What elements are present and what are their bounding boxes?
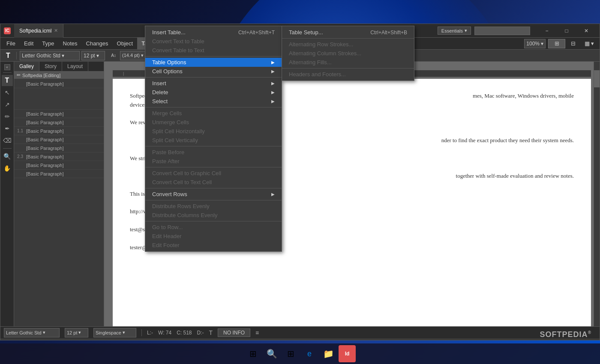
style-label-9: [Basic Paragraph] <box>24 171 65 176</box>
status-spacing-dropdown[interactable]: Singlespace ▾ <box>93 328 136 337</box>
style-row-9: [Basic Paragraph] <box>14 170 104 178</box>
menu-split-horizontal[interactable]: Split Cell Horizontally <box>145 127 282 136</box>
zoom-tool[interactable]: 🔍 <box>2 151 13 162</box>
font-size-dropdown[interactable]: 12 pt ▾ <box>81 51 105 60</box>
submenu-alt-fills[interactable]: Alternating Fills... <box>282 58 414 67</box>
left-sep-2 <box>3 148 12 149</box>
expand-button[interactable]: « <box>4 64 10 70</box>
taskbar-edge-icon[interactable]: e <box>301 345 318 362</box>
minimize-button[interactable]: − <box>537 24 557 38</box>
menu-convert-rows[interactable]: Convert Rows ▶ <box>145 190 282 199</box>
submenu-alt-col-strokes[interactable]: Alternating Column Strokes... <box>282 49 414 58</box>
active-tab[interactable]: Softpedia.icml ✕ <box>14 24 63 38</box>
menu-notes[interactable]: Notes <box>59 38 82 50</box>
main-area: « T ↖ ↗ ✏ ✒ ⌫ 🔍 ✋ Galley Story Layout <box>0 62 600 326</box>
menu-convert-text-cell[interactable]: Convert Cell to Text Cell <box>145 178 282 187</box>
menu-convert-text-to-table[interactable]: Convert Text to Table <box>145 37 282 46</box>
direct-select-tool[interactable]: ↗ <box>2 99 13 110</box>
style-row-8: [Basic Paragraph] <box>14 161 104 170</box>
font-family-dropdown[interactable]: Letter Gothic Std ▾ <box>20 51 80 60</box>
menu-edit-header[interactable]: Edit Header <box>145 232 282 241</box>
tab-galley[interactable]: Galley <box>14 62 39 71</box>
menu-cell-options[interactable]: Cell Options ▶ <box>145 67 282 76</box>
menu-edit[interactable]: Edit <box>20 38 38 50</box>
layout-btn-2[interactable]: ⊟ <box>568 39 578 48</box>
essentials-label: Essentials <box>441 28 463 33</box>
menu-unmerge-cells[interactable]: Unmerge Cells <box>145 118 282 127</box>
close-button[interactable]: ✕ <box>576 24 596 38</box>
status-l-label: L:- <box>147 330 153 336</box>
taskbar-start-icon[interactable]: ⊞ <box>244 345 261 362</box>
layout-btn-1[interactable]: ⊞ <box>548 39 565 48</box>
essentials-arrow-icon: ▾ <box>465 28 467 33</box>
zoom-arrow-icon: ▾ <box>541 41 543 47</box>
menu-changes[interactable]: Changes <box>82 38 113 50</box>
menu-convert-table-to-text[interactable]: Convert Table to Text <box>145 46 282 55</box>
layout-btn-3[interactable]: ▦ ▾ <box>581 39 598 48</box>
style-rows: [Basic Paragraph] [Basic Paragraph] [Bas… <box>14 79 104 179</box>
menu-edit-footer[interactable]: Edit Footer <box>145 241 282 250</box>
paragraph-panel: Galley Story Layout ✏ Softpedia [Editing… <box>14 62 104 326</box>
leading-icon[interactable]: A↕ <box>108 51 119 60</box>
menu-go-to-row[interactable]: Go to Row... <box>145 223 282 232</box>
menu-distribute-rows[interactable]: Distribute Rows Evenly <box>145 202 282 211</box>
taskbar-indesign-icon[interactable]: Id <box>339 345 356 362</box>
go-to-row-label: Go to Row... <box>152 224 183 230</box>
scrollbar-thumb[interactable] <box>594 70 600 87</box>
status-font-dropdown[interactable]: Letter Gothic Std ▾ <box>4 328 60 337</box>
taskbar-search-icon[interactable]: 🔍 <box>263 345 280 362</box>
vertical-scrollbar[interactable] <box>594 62 600 326</box>
taskbar-apps-icon[interactable]: ⊞ <box>282 345 299 362</box>
search-input[interactable] <box>474 27 530 35</box>
submenu-sep-2 <box>282 68 414 69</box>
style-row-1: [Basic Paragraph] <box>14 80 104 88</box>
text-tool-icon[interactable]: T <box>3 51 13 60</box>
status-c-label: C: 518 <box>177 330 192 336</box>
submenu-alt-row-strokes[interactable]: Alternating Row Strokes... <box>282 40 414 49</box>
cell-options-label: Cell Options <box>152 68 183 75</box>
window-controls: − □ ✕ <box>537 24 596 38</box>
menu-object[interactable]: Object <box>113 38 138 50</box>
menu-type[interactable]: Type <box>38 38 58 50</box>
status-menu-icon[interactable]: ≡ <box>255 329 259 336</box>
zoom-dropdown[interactable]: 100% ▾ <box>524 39 546 48</box>
tab-story[interactable]: Story <box>39 62 62 71</box>
selection-tool[interactable]: ↖ <box>2 87 13 98</box>
headers-footers-label: Headers and Footers... <box>289 71 346 78</box>
menu-split-vertical[interactable]: Split Cell Vertically <box>145 136 282 145</box>
menu-convert-graphic[interactable]: Convert Cell to Graphic Cell <box>145 169 282 178</box>
menu-paste-after[interactable]: Paste After <box>145 157 282 166</box>
style-label-1: [Basic Paragraph] <box>24 81 65 87</box>
softpedia-watermark: SOFTPEDIA® <box>540 330 591 339</box>
text-tool[interactable]: T <box>2 75 13 86</box>
pencil-tool[interactable]: ✒ <box>2 123 13 134</box>
menu-insert[interactable]: Insert ▶ <box>145 79 282 88</box>
sep-1 <box>16 52 17 60</box>
menu-paste-before[interactable]: Paste Before <box>145 148 282 157</box>
status-size-dropdown[interactable]: 12 pt ▾ <box>65 328 88 337</box>
pen-tool[interactable]: ✏ <box>2 111 13 122</box>
submenu-table-setup[interactable]: Table Setup... Ctrl+Alt+Shift+B <box>282 28 414 37</box>
menu-table-options[interactable]: Table Options ▶ <box>145 58 282 67</box>
menu-file[interactable]: File <box>2 38 20 50</box>
submenu-headers-footers[interactable]: Headers and Footers... <box>282 70 414 79</box>
table-setup-shortcut: Ctrl+Alt+Shift+B <box>370 30 407 36</box>
menu-insert-table[interactable]: Insert Table... Ctrl+Alt+Shift+T <box>145 28 282 37</box>
tab-layout[interactable]: Layout <box>62 62 88 71</box>
split-horizontal-label: Split Cell Horizontally <box>152 128 205 134</box>
menu-delete[interactable]: Delete ▶ <box>145 88 282 97</box>
font-size-label: 12 pt <box>84 53 95 59</box>
essentials-button[interactable]: Essentials ▾ <box>438 27 471 35</box>
menu-sep-6 <box>145 188 282 188</box>
tab-close-icon[interactable]: ✕ <box>54 28 58 33</box>
maximize-button[interactable]: □ <box>557 24 576 38</box>
menu-select[interactable]: Select ▶ <box>145 97 282 106</box>
eraser-tool[interactable]: ⌫ <box>2 135 13 146</box>
taskbar-file-icon[interactable]: 📁 <box>320 345 337 362</box>
menu-merge-cells[interactable]: Merge Cells <box>145 109 282 118</box>
edit-header-label: Edit Header <box>152 233 182 239</box>
style-label-3: [Basic Paragraph] <box>24 120 65 125</box>
split-vertical-label: Split Cell Vertically <box>152 137 198 143</box>
hand-tool[interactable]: ✋ <box>2 163 13 174</box>
menu-distribute-columns[interactable]: Distribute Columns Evenly <box>145 211 282 220</box>
